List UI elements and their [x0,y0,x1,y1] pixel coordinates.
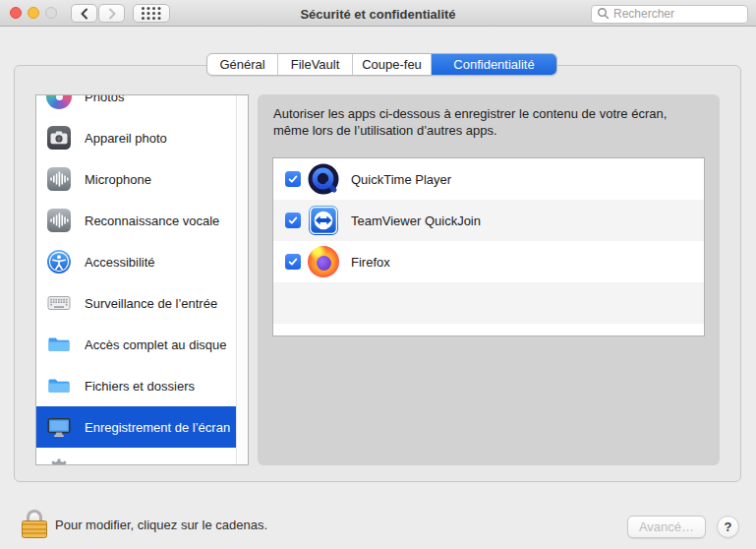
accessibility-icon [46,249,72,274]
speech-waveform-icon [46,208,72,233]
sidebar-item-photos[interactable]: Photos [36,94,248,117]
sidebar-item-automation[interactable]: Automatisation [36,448,248,465]
sidebar-item-label: Surveillance de l’entrée [85,296,217,311]
sidebar-item-label: Accessibilité [85,255,155,270]
sidebar-item-label: Appareil photo [85,131,167,146]
teamviewer-checkbox[interactable] [285,213,301,228]
app-name: QuickTime Player [351,172,451,187]
keyboard-icon [46,290,72,316]
search-icon [597,7,610,20]
gear-icon [46,456,72,465]
search-field [591,4,748,23]
titlebar: Sécurité et confidentialité [0,0,756,27]
camera-icon [46,125,72,151]
microphone-waveform-icon [46,166,72,192]
sidebar-scrollbar[interactable] [236,95,248,464]
tab-firewall[interactable]: Coupe-feu [353,54,432,75]
tab-bar: Général FileVault Coupe-feu Confidential… [206,53,557,76]
app-row-empty [273,282,704,324]
allowed-apps-list: QuickTime Player Te [272,157,705,336]
sidebar-item-speech-recognition[interactable]: Reconnaissance vocale [36,200,248,241]
app-row-quicktime: QuickTime Player [273,158,704,200]
sidebar-item-screen-recording[interactable]: Enregistrement de l’écran [36,406,248,448]
sidebar-item-label: Automatisation [85,461,169,466]
sidebar-item-camera[interactable]: Appareil photo [36,117,248,158]
lock-hint-text: Pour modifier, cliquez sur le cadenas. [55,518,267,532]
description-line-2: même lors de l’utilisation d’autres apps… [273,122,706,139]
screen-recording-pane: Autoriser les apps ci-dessous à enregist… [258,94,720,465]
folder-icon [46,332,72,357]
lock-icon[interactable] [21,509,48,539]
sidebar-item-accessibility[interactable]: Accessibilité [36,241,248,282]
sidebar-item-label: Accès complet au disque [85,337,227,352]
app-row-firefox: Firefox [273,241,704,282]
advanced-button[interactable]: Avancé… [627,516,706,538]
screen-icon [46,414,72,440]
app-name: Firefox [351,255,390,270]
firefox-checkbox[interactable] [285,254,301,270]
check-icon [287,256,299,268]
folder-icon [46,373,72,398]
quicktime-icon [308,163,339,195]
sidebar-item-label: Enregistrement de l’écran [85,420,230,435]
check-icon [287,173,299,185]
sidebar-item-label: Reconnaissance vocale [85,214,219,228]
pane-description: Autoriser les apps ci-dessous à enregist… [273,105,706,139]
lock-body [22,520,47,538]
photos-icon [46,94,72,109]
check-icon [287,214,299,226]
help-button[interactable]: ? [717,516,739,538]
app-row-teamviewer: TeamViewer QuickJoin [273,200,704,241]
security-privacy-window: Sécurité et confidentialité Général File… [0,0,756,549]
sidebar-item-full-disk-access[interactable]: Accès complet au disque [36,324,248,365]
description-line-1: Autoriser les apps ci-dessous à enregist… [273,105,706,122]
sidebar-item-input-monitoring[interactable]: Surveillance de l’entrée [36,282,248,324]
sidebar-item-files-folders[interactable]: Fichiers et dossiers [36,365,248,406]
search-input[interactable] [591,5,748,24]
firefox-icon [308,246,339,277]
teamviewer-icon [308,205,339,236]
app-name: TeamViewer QuickJoin [351,214,481,228]
tab-filevault[interactable]: FileVault [278,54,353,75]
quicktime-checkbox[interactable] [285,171,301,187]
tab-privacy[interactable]: Confidentialité [432,54,556,75]
tab-general[interactable]: Général [207,54,278,75]
privacy-category-list: Photos Appareil photo [35,94,249,465]
sidebar-item-label: Fichiers et dossiers [85,379,195,394]
sidebar-item-microphone[interactable]: Microphone [36,158,248,200]
sidebar-item-label: Microphone [85,172,151,187]
sidebar-item-label: Photos [85,94,124,104]
